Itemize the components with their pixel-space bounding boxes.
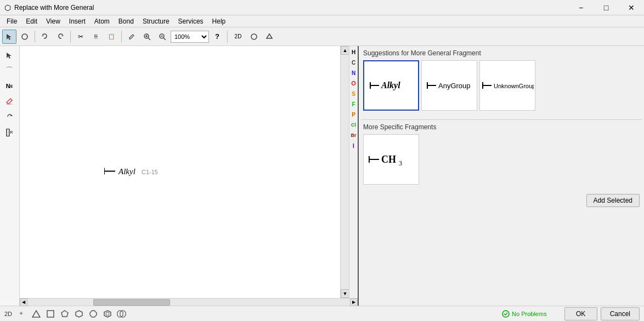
ok-button[interactable]: OK <box>564 307 597 320</box>
svg-text:Alkyl: Alkyl <box>381 81 400 90</box>
svg-marker-30 <box>32 311 40 317</box>
fragment-ch3[interactable]: CH 3 <box>363 134 419 185</box>
title-bar-icon: ⬡ <box>4 3 11 12</box>
status-bar: 2D ✦ No Problems OK <box>0 306 644 321</box>
mode-indicator: 2D <box>4 311 12 317</box>
bracket-tool[interactable]: []R <box>1 125 18 139</box>
menu-structure[interactable]: Structure <box>138 16 174 26</box>
menu-edit[interactable]: Edit <box>21 16 42 26</box>
right-suggestions-panel: Suggestions for More General Fragment Al… <box>358 46 644 306</box>
zoom-out-button[interactable] <box>155 30 170 44</box>
svg-marker-11 <box>267 34 272 38</box>
close-button[interactable]: ✕ <box>619 0 644 15</box>
toolbar-separator-4 <box>227 31 228 43</box>
element-Cl-button[interactable]: Cl <box>350 120 358 130</box>
menu-view[interactable]: View <box>42 16 65 26</box>
scroll-track-v[interactable] <box>341 55 349 289</box>
svg-line-4 <box>148 38 150 40</box>
eraser-tool[interactable] <box>1 94 18 108</box>
help-button[interactable]: ? <box>210 30 224 44</box>
menu-file[interactable]: File <box>2 16 21 26</box>
element-H-button[interactable]: H <box>350 47 358 57</box>
svg-text:Alkyl: Alkyl <box>118 167 135 176</box>
rotate-tool[interactable] <box>1 110 18 124</box>
draw-button[interactable] <box>125 30 139 44</box>
element-O-button[interactable]: O <box>350 78 358 88</box>
vertical-scrollbar[interactable]: ▲ ▼ <box>340 46 349 298</box>
alkyl-fragment-svg: Alkyl <box>369 72 413 99</box>
main-canvas[interactable]: Alkyl C1-15 <box>20 46 340 298</box>
svg-marker-35 <box>104 311 111 317</box>
lasso-tool-button[interactable] <box>18 30 32 44</box>
hexagon-shape-button[interactable] <box>73 308 85 320</box>
ring2-button[interactable] <box>262 30 276 44</box>
minimize-button[interactable]: − <box>568 0 594 15</box>
triangle-shape-button[interactable] <box>30 308 42 320</box>
element-Br-button[interactable]: Br <box>350 130 358 140</box>
scroll-thumb-h[interactable] <box>93 299 170 306</box>
element-I-button[interactable]: I <box>350 141 358 151</box>
molecule-svg: Alkyl C1-15 <box>104 160 192 182</box>
element-F-button[interactable]: F <box>350 99 358 109</box>
scroll-right-button[interactable]: ▶ <box>350 299 358 306</box>
svg-marker-34 <box>90 311 97 317</box>
element-N-button[interactable]: N <box>350 68 358 78</box>
menu-help[interactable]: Help <box>208 16 230 26</box>
cancel-button[interactable]: Cancel <box>601 307 640 320</box>
ring1-button[interactable] <box>247 30 261 44</box>
title-bar-controls: − □ ✕ <box>568 0 644 15</box>
horizontal-scrollbar[interactable]: ◀ ▶ <box>20 298 358 306</box>
svg-text:CH: CH <box>381 154 396 165</box>
scroll-up-button[interactable]: ▲ <box>341 46 349 55</box>
svg-text:C1-15: C1-15 <box>142 169 158 175</box>
toolbar-separator-2 <box>70 31 71 43</box>
element-P-button[interactable]: P <box>350 110 358 119</box>
menu-atom[interactable]: Atom <box>90 16 114 26</box>
2d-toggle-button[interactable]: 2D <box>230 30 246 44</box>
redo-button[interactable] <box>53 30 67 44</box>
scroll-track-h[interactable] <box>27 299 350 306</box>
anygroup-fragment-svg: AnyGroup <box>426 72 473 99</box>
scroll-left-button[interactable]: ◀ <box>20 299 27 306</box>
select-tool-button[interactable] <box>2 30 16 44</box>
scroll-down-button[interactable]: ▼ <box>341 289 349 298</box>
mode-star: ✦ <box>19 310 24 317</box>
svg-point-0 <box>22 34 27 39</box>
cut-button[interactable]: ✂ <box>74 30 88 44</box>
pentagon-shape-button[interactable] <box>59 308 71 320</box>
add-selected-button[interactable]: Add Selected <box>586 194 640 207</box>
bond-tool[interactable]: ⌒ <box>1 64 18 78</box>
text-tool[interactable]: NE <box>1 79 18 93</box>
zoom-in-button[interactable] <box>140 30 154 44</box>
specific-fragments-list: CH 3 <box>359 132 644 189</box>
octagon-shape-button[interactable] <box>87 308 99 320</box>
zoom-select[interactable]: 50% 75% 100% 150% 200% <box>171 31 209 43</box>
square-shape-button[interactable] <box>44 308 57 320</box>
paste-button[interactable]: 📋 <box>104 30 118 44</box>
element-C-button[interactable]: C <box>350 58 358 67</box>
unknowngroup-fragment-svg: UnknownGroup <box>482 72 534 99</box>
select-tool[interactable] <box>1 48 18 62</box>
fragment-alkyl[interactable]: Alkyl <box>363 60 419 111</box>
benzene-shape-button[interactable] <box>101 308 114 320</box>
svg-point-10 <box>251 34 257 39</box>
menu-bond[interactable]: Bond <box>114 16 138 26</box>
svg-text:UnknownGroup: UnknownGroup <box>494 83 534 89</box>
suggestions-header-area: Suggestions for More General Fragment <box>359 46 644 58</box>
fragment-unknowngroup[interactable]: UnknownGroup <box>479 60 535 111</box>
fragment-anygroup[interactable]: AnyGroup <box>421 60 477 111</box>
status-info: No Problems <box>502 310 547 318</box>
svg-text:AnyGroup: AnyGroup <box>438 82 471 90</box>
ch3-fragment-svg: CH 3 <box>368 145 415 175</box>
maximize-button[interactable]: □ <box>594 0 619 15</box>
menu-services[interactable]: Services <box>174 16 208 26</box>
status-icon <box>502 310 510 318</box>
copy-button[interactable]: ⎘ <box>89 30 103 44</box>
menu-insert[interactable]: Insert <box>65 16 90 26</box>
shapes-toolbar <box>30 308 495 320</box>
undo-button[interactable] <box>38 30 52 44</box>
svg-marker-32 <box>61 311 68 317</box>
element-S-button[interactable]: S <box>350 89 358 99</box>
double-ring-shape-button[interactable] <box>116 308 128 320</box>
menu-bar: File Edit View Insert Atom Bond Structur… <box>0 15 644 27</box>
